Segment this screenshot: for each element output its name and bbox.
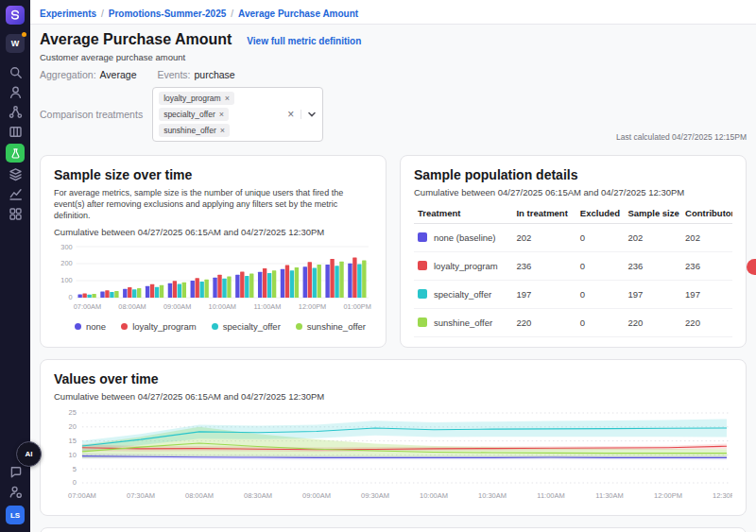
metric-definition-link[interactable]: View full metric definition [247, 36, 361, 46]
treatment-chip[interactable]: sunshine_offer× [159, 124, 230, 137]
svg-text:300: 300 [60, 243, 72, 251]
breadcrumb-link[interactable]: Average Purchase Amount [238, 9, 358, 19]
svg-text:08:00AM: 08:00AM [185, 491, 214, 500]
legend-dot [212, 323, 218, 330]
legend-label: loyalty_program [132, 321, 197, 332]
sample-size-period: Cumulative between 04/27/2025 06:15AM an… [54, 227, 372, 237]
flow-nodes-icon[interactable] [5, 102, 26, 122]
treatment-color-swatch [418, 261, 427, 270]
table-row: loyalty_program2360236236 [414, 252, 732, 281]
treatment-color-swatch [418, 289, 427, 299]
user-icon[interactable] [5, 82, 26, 102]
values-period: Cumulative between 04/27/2025 06:15AM an… [54, 391, 732, 402]
svg-text:25: 25 [69, 408, 77, 417]
svg-text:0: 0 [69, 294, 73, 302]
metrics-chart-icon[interactable] [5, 184, 26, 204]
legend-label: none [86, 321, 106, 332]
svg-text:07:30AM: 07:30AM [127, 491, 155, 500]
chip-remove-icon[interactable]: × [225, 94, 230, 103]
svg-text:11:00AM: 11:00AM [537, 491, 564, 500]
svg-text:100: 100 [60, 277, 72, 285]
card-title: Sample size over time [54, 167, 372, 182]
account-settings-icon[interactable] [5, 482, 26, 502]
layers-icon[interactable] [5, 164, 26, 184]
population-card: Sample population details Cumulative bet… [400, 155, 747, 348]
population-period: Cumulative between 04/27/2025 06:15AM an… [414, 187, 732, 197]
table-cell: 220 [624, 309, 681, 337]
comparison-treatments-label: Comparison treatments [40, 109, 143, 120]
svg-text:08:30AM: 08:30AM [244, 491, 272, 500]
chip-label: specialty_offer [163, 110, 215, 119]
app-logo[interactable] [6, 6, 25, 25]
aggregation-value: Average [100, 69, 137, 80]
sample-size-description: For average metrics, sample size is the … [54, 187, 372, 221]
chip-remove-icon[interactable]: × [220, 126, 225, 135]
treatment-name: none (baseline) [434, 232, 496, 243]
table-cell: 202 [624, 224, 681, 252]
chip-label: loyalty_program [163, 94, 220, 103]
svg-text:12:30PM: 12:30PM [713, 491, 732, 500]
treatment-name: specialty_offer [434, 289, 491, 300]
chip-label: sunshine_offer [163, 126, 216, 135]
table-cell: 220 [681, 309, 732, 337]
table-cell: 236 [512, 252, 576, 281]
breadcrumb-separator: / [101, 9, 104, 19]
values-line-chart: 051015202507:00AM07:30AM08:00AM08:30AM09… [54, 407, 732, 506]
notification-bubble[interactable] [747, 259, 756, 275]
legend-label: sunshine_offer [307, 321, 366, 332]
treatment-chip[interactable]: loyalty_program× [159, 92, 234, 105]
svg-text:10:00AM: 10:00AM [209, 302, 236, 311]
aggregation-label: Aggregation: [40, 69, 96, 80]
legend-dot [121, 323, 128, 330]
table-cell: 197 [681, 281, 732, 309]
svg-text:09:00AM: 09:00AM [302, 491, 331, 500]
svg-text:09:30AM: 09:30AM [361, 491, 389, 500]
clear-selection-icon[interactable]: × [287, 108, 294, 121]
legend-label: specialty_offer [223, 321, 281, 332]
column-header: Excluded [576, 203, 625, 224]
events-value: purchase [195, 69, 235, 80]
column-header: In treatment [512, 203, 576, 224]
workspace-badge[interactable]: W [6, 34, 25, 53]
card-title: Sample population details [414, 167, 732, 182]
legend-item: specialty_offer [212, 321, 281, 332]
treatment-name: sunshine_offer [434, 317, 492, 328]
metric-subtitle: Customer average purchase amount [40, 52, 747, 62]
svg-text:0: 0 [73, 478, 77, 487]
table-row: none (baseline)2020202202 [414, 224, 732, 252]
table-row: specialty_offer1970197197 [414, 281, 732, 309]
card-title: Values over time [54, 371, 732, 386]
legend-dot [75, 323, 81, 330]
search-icon[interactable] [5, 62, 26, 82]
columns-icon[interactable] [5, 122, 26, 142]
table-cell: 0 [576, 252, 625, 281]
svg-text:10:30AM: 10:30AM [478, 491, 507, 500]
chevron-down-icon[interactable] [301, 110, 317, 119]
treatment-chips: loyalty_program×specialty_offer×sunshine… [159, 92, 278, 137]
table-cell: 197 [624, 281, 681, 309]
experiments-active-icon[interactable] [6, 144, 25, 163]
svg-text:15: 15 [69, 437, 77, 445]
values-over-time-card: Values over time Cumulative between 04/2… [40, 359, 747, 516]
svg-text:20: 20 [69, 422, 77, 431]
breadcrumb: Experiments/Promotions-Summer-2025/Avera… [30, 0, 756, 25]
user-avatar-badge[interactable]: LS [6, 506, 25, 524]
treatment-name: loyalty_program [434, 261, 498, 271]
breadcrumb-link[interactable]: Experiments [40, 9, 96, 19]
table-cell: 197 [512, 281, 576, 309]
ai-assistant-button[interactable]: AI [16, 441, 42, 467]
svg-text:10:00AM: 10:00AM [420, 491, 448, 500]
population-table: TreatmentIn treatmentExcludedSample size… [414, 203, 732, 337]
table-header-row: TreatmentIn treatmentExcludedSample size… [414, 203, 732, 224]
svg-text:10: 10 [69, 451, 77, 459]
treatment-select[interactable]: loyalty_program×specialty_offer×sunshine… [152, 87, 323, 142]
dashboard-grid-icon[interactable] [5, 204, 26, 224]
table-cell: 0 [576, 309, 625, 337]
svg-text:01:00PM: 01:00PM [343, 302, 370, 311]
svg-text:07:00AM: 07:00AM [68, 491, 96, 500]
breadcrumb-link[interactable]: Promotions-Summer-2025 [109, 9, 226, 19]
svg-text:12:00PM: 12:00PM [299, 302, 326, 311]
svg-text:200: 200 [60, 260, 72, 268]
chip-remove-icon[interactable]: × [219, 110, 224, 119]
treatment-chip[interactable]: specialty_offer× [159, 108, 229, 121]
